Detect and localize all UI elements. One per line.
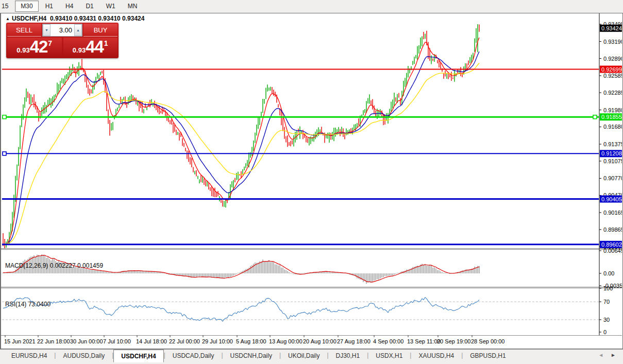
svg-text:22 Jul 00:00: 22 Jul 00:00: [169, 338, 200, 344]
svg-text:0.92699: 0.92699: [601, 66, 622, 73]
svg-text:4 Sep 00:00: 4 Sep 00:00: [373, 338, 403, 344]
sell-price-display[interactable]: 0.93427: [7, 38, 62, 57]
one-click-trade-panel: SELL ▼ ▲ BUY 0.93427 0.93441: [6, 23, 119, 58]
timeframe-button-m30[interactable]: M30: [15, 1, 38, 12]
svg-text:13 Sep 11:00: 13 Sep 11:00: [407, 338, 441, 344]
time-axis: 15 Jun 202122 Jun 18:0030 Jun 00:007 Jul…: [4, 335, 504, 344]
sell-price-prefix: 0.93: [16, 46, 29, 54]
svg-text:29 Jul 10:00: 29 Jul 10:00: [202, 338, 233, 344]
svg-text:0.92285: 0.92285: [603, 90, 622, 96]
trading-terminal-window: 15M30H1H4D1W1MN 0.934950.931900.928900.9…: [0, 0, 623, 364]
svg-text:14 Jul 18:00: 14 Jul 18:00: [136, 338, 167, 344]
svg-text:0.91075: 0.91075: [603, 158, 622, 164]
svg-text:13 Aug 00:00: 13 Aug 00:00: [269, 338, 302, 344]
svg-text:15 Jun 2021: 15 Jun 2021: [4, 338, 36, 344]
svg-text:0.90165: 0.90165: [603, 210, 622, 216]
svg-text:7 Jul 10:00: 7 Jul 10:00: [103, 338, 131, 344]
chart-ohlc-values: 0.93410 0.93431 0.93410 0.93424: [50, 15, 145, 22]
svg-text:0.91980: 0.91980: [603, 107, 622, 113]
svg-text:0.92890: 0.92890: [603, 56, 622, 62]
chart-tab-usdcnh[interactable]: USDCNH,Daily: [223, 350, 279, 361]
volume-decrease-button[interactable]: ▼: [43, 24, 50, 36]
svg-text:5 Aug 18:00: 5 Aug 18:00: [236, 338, 266, 344]
svg-text:27 Aug 18:00: 27 Aug 18:00: [337, 338, 371, 344]
svg-text:0.91375: 0.91375: [603, 141, 622, 147]
collapse-triangle-icon[interactable]: ▲: [6, 16, 10, 21]
svg-text:0.89865: 0.89865: [603, 227, 622, 233]
macd-indicator-label: MACD(12,26,9) 0.002227 0.001459: [5, 262, 103, 269]
volume-increase-button[interactable]: ▲: [74, 24, 82, 36]
buy-price-pip: 1: [104, 39, 108, 47]
svg-text:0.006451: 0.006451: [603, 248, 622, 254]
timeframe-button-15[interactable]: 15: [0, 1, 14, 12]
svg-text:0.92585: 0.92585: [603, 73, 622, 79]
timeframe-button-w1[interactable]: W1: [100, 1, 121, 12]
chart-tab-dj30[interactable]: DJ30,H1: [329, 350, 367, 361]
chart-symbol: USDCHF,H4: [12, 15, 46, 22]
timeframe-toolbar: 15M30H1H4D1W1MN: [0, 0, 623, 13]
svg-text:0.89602: 0.89602: [601, 241, 622, 248]
timeframe-button-h1[interactable]: H1: [40, 1, 59, 12]
chart-canvas[interactable]: 0.934950.931900.928900.925850.922850.919…: [1, 13, 622, 348]
svg-text:0.91855: 0.91855: [601, 114, 622, 120]
svg-text:0.00: 0.00: [603, 270, 614, 276]
chart-tab-audusd[interactable]: AUDUSD,Daily: [56, 350, 112, 361]
svg-text:30 Jun 00:00: 30 Jun 00:00: [70, 338, 103, 344]
sell-button[interactable]: SELL: [7, 24, 41, 37]
svg-text:70: 70: [603, 299, 610, 305]
timeframe-button-d1[interactable]: D1: [80, 1, 99, 12]
tab-scroll-right-icon[interactable]: ►: [611, 352, 616, 358]
svg-text:0.91208: 0.91208: [601, 150, 622, 157]
svg-text:30: 30: [603, 317, 610, 323]
chart-tab-usdcad[interactable]: USDCAD,Daily: [165, 350, 222, 361]
buy-button[interactable]: BUY: [83, 24, 117, 37]
buy-price-display[interactable]: 0.93441: [63, 38, 118, 57]
svg-text:0.90405: 0.90405: [601, 196, 622, 202]
chart-tabs-bar: EURUSD,H4|AUDUSD,Daily|USDCHF,H4|USDCAD,…: [0, 349, 623, 364]
buy-price-prefix: 0.93: [73, 46, 86, 54]
tab-scroll-left-icon[interactable]: ◄: [598, 352, 603, 358]
svg-text:0.91680: 0.91680: [603, 124, 622, 130]
svg-text:20 Aug 10:00: 20 Aug 10:00: [303, 338, 336, 344]
sell-price-pip: 7: [48, 39, 52, 47]
svg-text:0.93190: 0.93190: [603, 39, 622, 45]
timeframe-button-h4[interactable]: H4: [60, 1, 79, 12]
svg-text:20 Sep 19:00: 20 Sep 19:00: [437, 338, 470, 344]
rsi-line: [3, 298, 479, 322]
svg-text:0: 0: [603, 329, 607, 335]
svg-text:22 Jun 18:00: 22 Jun 18:00: [37, 338, 70, 344]
chart-window: 0.934950.931900.928900.925850.922850.919…: [0, 13, 623, 349]
volume-stepper: ▼ ▲: [42, 24, 82, 37]
svg-text:100: 100: [603, 285, 613, 291]
rsi-indicator-label: RSI(14) 73.0400: [5, 301, 50, 308]
tab-scroll-controls: ◄►: [598, 350, 623, 358]
chart-tab-eurusd[interactable]: EURUSD,H4: [4, 350, 54, 361]
chart-tab-usdx[interactable]: USDX,H1: [368, 350, 410, 361]
chart-tab-usdchf[interactable]: USDCHF,H4: [113, 350, 163, 362]
svg-text:28 Sep 00:00: 28 Sep 00:00: [471, 338, 504, 344]
chart-tab-ukoil[interactable]: UKOil,Daily: [281, 350, 327, 361]
volume-input[interactable]: [50, 24, 74, 36]
chart-title: ▲USDCHF,H4 0.93410 0.93431 0.93410 0.934…: [6, 15, 144, 22]
chart-tab-gbpusd[interactable]: GBPUSD,H1: [463, 350, 513, 361]
svg-text:0.90770: 0.90770: [603, 175, 622, 181]
chart-tab-xauusd[interactable]: XAUUSD,H4: [411, 350, 461, 361]
svg-text:0.93424: 0.93424: [601, 25, 622, 31]
sell-price-big: 42: [30, 38, 48, 56]
buy-price-big: 44: [86, 38, 104, 56]
timeframe-button-mn[interactable]: MN: [122, 1, 143, 12]
